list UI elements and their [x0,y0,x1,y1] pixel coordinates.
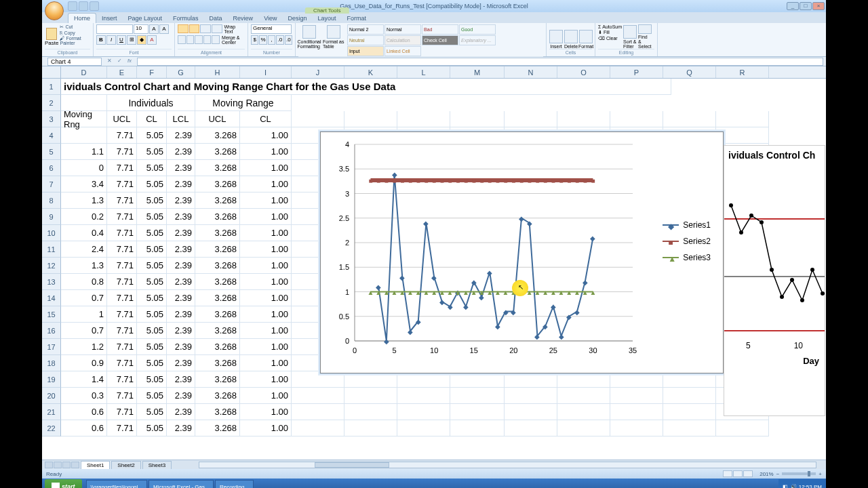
cell[interactable]: 5.05 [137,323,167,339]
cell[interactable]: 2.39 [167,339,195,355]
sheet-tab-3[interactable]: Sheet3 [142,461,172,469]
maximize-button[interactable]: □ [800,2,812,10]
cell[interactable] [61,127,107,144]
cell[interactable]: UCL [107,111,137,127]
cell[interactable]: 3.268 [195,371,240,388]
style-check-cell[interactable]: Check Cell [422,35,458,45]
font-color-button[interactable]: A [147,35,157,45]
cell[interactable]: 0.6 [61,404,107,420]
cell[interactable] [450,388,505,404]
cell[interactable] [292,388,344,404]
wrap-text-button[interactable]: Wrap Text [224,24,245,34]
cell[interactable]: 0.9 [61,355,107,371]
tray-icon[interactable]: 🔊 [790,484,797,489]
cell[interactable] [716,420,769,436]
row-header[interactable]: 19 [42,371,61,388]
cell[interactable]: CL [240,111,292,127]
cell[interactable]: 1.00 [240,241,292,258]
cell[interactable]: 1.00 [240,404,292,420]
cancel-formula[interactable]: ✕ [104,58,114,66]
row-header[interactable]: 8 [42,192,61,209]
cell[interactable] [505,111,557,127]
cell[interactable]: 3.268 [195,306,240,323]
cell[interactable]: 1.00 [240,290,292,306]
align-left[interactable] [178,35,186,44]
sheet-nav-last[interactable] [71,462,79,468]
cell[interactable]: UCL [195,111,240,127]
row-header[interactable]: 6 [42,160,61,176]
fill-button[interactable]: ⬇ Fill [598,30,622,35]
merge-center-button[interactable]: Merge & Center [222,35,245,45]
cell[interactable] [397,420,450,436]
view-break[interactable] [743,470,753,477]
zoom-in[interactable]: + [818,471,822,477]
zoom-level[interactable]: 201% [760,471,773,477]
cell[interactable]: 2.39 [167,274,195,290]
cell[interactable]: 2.39 [167,241,195,258]
italic-button[interactable]: I [106,35,116,45]
cell[interactable]: 7.71 [107,160,137,176]
tab-page-layout[interactable]: Page Layout [123,14,168,23]
cell[interactable]: 5.05 [137,144,167,160]
fx-button[interactable]: fx [125,58,134,66]
cell[interactable] [557,404,610,420]
col-header-F[interactable]: F [137,66,167,78]
col-header-E[interactable]: E [107,66,137,78]
cell[interactable]: 5.05 [137,258,167,274]
cell[interactable] [663,388,716,404]
row-header[interactable]: 18 [42,355,61,371]
row-header[interactable]: 3 [42,111,61,127]
cell[interactable] [292,111,344,127]
cell[interactable]: 3.268 [195,404,240,420]
cell[interactable]: 3.268 [195,209,240,225]
cell[interactable]: 2.39 [167,388,195,404]
second-chart-object[interactable]: ividuals Control Ch 510 Day [724,145,825,416]
cell[interactable]: 5.05 [137,274,167,290]
cell[interactable]: 1.00 [240,323,292,339]
col-header-L[interactable]: L [397,66,450,78]
cell[interactable]: 0.4 [61,225,107,241]
orientation[interactable] [212,24,222,33]
cell[interactable]: 1.00 [240,355,292,371]
paste-button[interactable]: Paste [45,24,58,49]
cell[interactable]: 3.268 [195,241,240,258]
cell[interactable]: 1.00 [240,306,292,323]
inc-decimal[interactable]: .0 [276,35,283,45]
cell[interactable]: 1.00 [240,192,292,209]
cell[interactable]: 5.05 [137,339,167,355]
format-as-table-button[interactable]: Format as Table [323,24,344,49]
taskbar-item-1[interactable]: \\grangerfiles\logonl... [86,480,148,488]
align-middle[interactable] [189,24,200,33]
tab-home[interactable]: Home [68,13,96,23]
cell[interactable]: 2.39 [167,404,195,420]
formula-bar[interactable] [137,58,823,66]
tab-insert[interactable]: Insert [96,14,123,23]
cell[interactable]: 7.71 [107,306,137,323]
tab-layout[interactable]: Layout [313,14,342,23]
worksheet-grid[interactable]: DEFGHIJKLMNOPQR 1ividuals Control Chart … [42,66,826,460]
cell[interactable] [663,404,716,420]
cell[interactable]: 1.00 [240,258,292,274]
col-header-J[interactable]: J [292,66,344,78]
cell[interactable]: 0.3 [61,388,107,404]
cell[interactable]: 1.3 [61,258,107,274]
conditional-formatting-button[interactable]: Conditional Formatting [298,24,320,49]
cell[interactable]: 7.71 [107,176,137,192]
cell[interactable] [610,404,663,420]
style-bad[interactable]: Bad [422,24,458,35]
chart-object[interactable]: 00.511.522.533.5405101520253035◆◆◆◆◆◆◆◆◆… [320,131,724,373]
cell[interactable]: 3.268 [195,274,240,290]
copy-button[interactable]: ⎘ Copy [60,30,90,35]
col-header-Q[interactable]: Q [663,66,716,78]
cell[interactable]: 2.39 [167,176,195,192]
cell[interactable] [450,111,505,127]
tab-data[interactable]: Data [204,14,228,23]
cell[interactable]: 5.05 [137,160,167,176]
legend-series2[interactable]: ■Series2 [663,237,711,246]
row-header[interactable]: 10 [42,225,61,241]
cell[interactable]: 5.05 [137,209,167,225]
align-center[interactable] [186,35,195,44]
style-explanatory[interactable]: Explanatory ... [459,35,496,45]
cell[interactable]: 2.39 [167,323,195,339]
taskbar-item-3[interactable]: Recording... [215,480,254,488]
